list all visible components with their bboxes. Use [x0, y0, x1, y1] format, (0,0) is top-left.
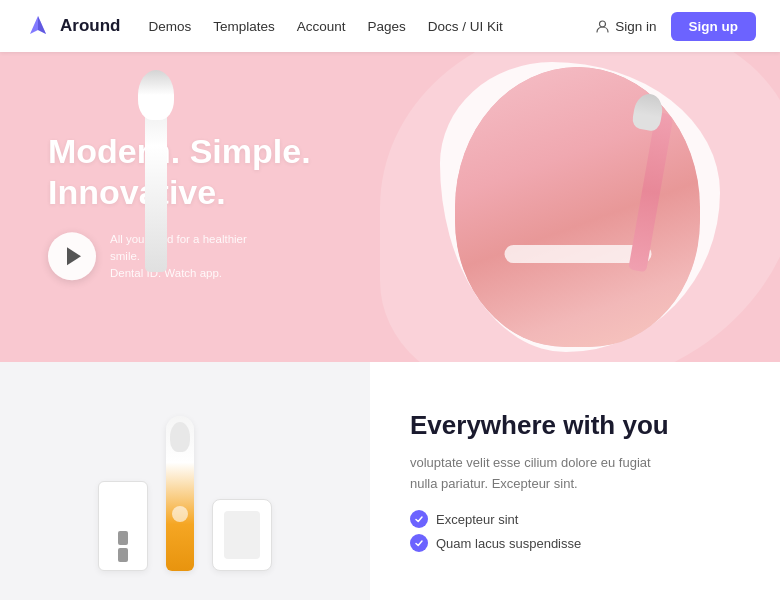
hero-play-row: All you need for a healthier smile. Dent…: [48, 231, 311, 283]
hero-caption: All you need for a healthier smile. Dent…: [110, 231, 270, 283]
everywhere-description: voluptate velit esse cilium dolore eu fu…: [410, 453, 670, 495]
adapter-body: [224, 511, 260, 559]
header: Around Demos Templates Account Pages Doc…: [0, 0, 780, 52]
feature-item-1: Excepteur sint: [410, 510, 740, 528]
brush-left-head: [138, 70, 174, 120]
sign-in-button[interactable]: Sign in: [595, 19, 656, 34]
nav-account[interactable]: Account: [297, 19, 346, 34]
logo-text: Around: [60, 16, 120, 36]
feature-label-1: Excepteur sint: [436, 512, 518, 527]
check-icon-1: [410, 510, 428, 528]
nav-pages[interactable]: Pages: [368, 19, 406, 34]
check-icon-2: [410, 534, 428, 552]
second-section: Everywhere with you voluptate velit esse…: [0, 362, 780, 600]
sign-up-button[interactable]: Sign up: [671, 12, 757, 41]
feature-label-2: Quam lacus suspendisse: [436, 536, 581, 551]
svg-point-0: [600, 21, 606, 27]
second-text-area: Everywhere with you voluptate velit esse…: [370, 378, 780, 585]
everywhere-title: Everywhere with you: [410, 410, 740, 441]
charger-pin-2: [118, 548, 128, 562]
main-nav: Demos Templates Account Pages Docs / UI …: [148, 19, 595, 34]
hero-headline: Modern. Simple. Innovative.: [48, 131, 311, 213]
hero-face: [455, 67, 700, 347]
nav-demos[interactable]: Demos: [148, 19, 191, 34]
user-icon: [595, 19, 610, 34]
hero-content: Modern. Simple. Innovative. All you need…: [48, 131, 311, 282]
feature-list: Excepteur sint Quam lacus suspendisse: [410, 510, 740, 552]
nav-templates[interactable]: Templates: [213, 19, 275, 34]
product-brush: [166, 416, 194, 571]
logo[interactable]: Around: [24, 12, 120, 40]
hero-section: Modern. Simple. Innovative. All you need…: [0, 52, 780, 362]
charger-pin-1: [118, 531, 128, 545]
logo-icon: [24, 12, 52, 40]
play-icon: [67, 248, 81, 266]
header-actions: Sign in Sign up: [595, 12, 756, 41]
feature-item-2: Quam lacus suspendisse: [410, 534, 740, 552]
product-image: [0, 362, 370, 600]
sign-in-label: Sign in: [615, 19, 656, 34]
product-items: [98, 391, 272, 571]
nav-docs[interactable]: Docs / UI Kit: [428, 19, 503, 34]
product-charger: [98, 481, 148, 571]
play-button[interactable]: [48, 233, 96, 281]
product-adapter: [212, 499, 272, 571]
